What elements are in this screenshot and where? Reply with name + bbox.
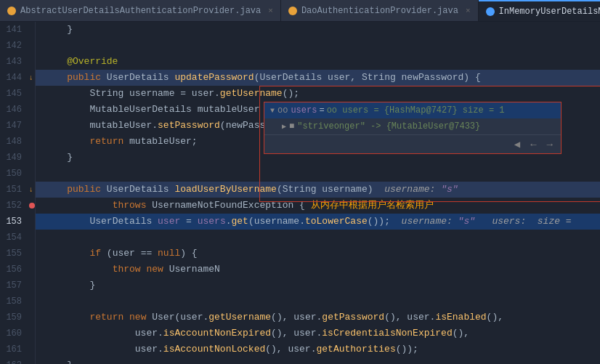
code-line-152: throws UsernameNotFoundException { 从内存中根… — [36, 198, 600, 214]
popup-btn-back[interactable]: ◀ — [512, 137, 522, 151]
code-line-157: } — [36, 278, 600, 294]
code-line-159: return new User(user.getUsername(), user… — [36, 310, 600, 325]
code-line-145: String username = user.getUsername(); — [36, 86, 600, 102]
line-155: 155 — [0, 246, 35, 262]
code-line-160: user.isAccountNonExpired(), user.isCrede… — [36, 325, 600, 341]
code-line-141: } — [36, 22, 600, 38]
line-156: 156 — [0, 262, 35, 278]
editor: 141 142 143 144 ↓ 145 146 147 — [0, 22, 600, 364]
line-158: 158 — [0, 294, 35, 310]
line-150: 150 — [0, 166, 35, 182]
expand-icon: ▼ — [270, 107, 275, 115]
tab-label-abstract: AbstractUserDetailsAuthenticationProvide… — [20, 6, 261, 16]
tab-abstract[interactable]: AbstractUserDetailsAuthenticationProvide… — [0, 0, 281, 22]
popup-var-name: users — [291, 105, 317, 116]
tab-label-inmemory: InMemoryUserDetailsManager.java — [499, 7, 600, 17]
code-line-144: public UserDetails updatePassword(UserDe… — [36, 70, 600, 86]
line-149: 149 — [0, 150, 35, 166]
code-area[interactable]: } @Override public UserDetails updatePas… — [36, 22, 600, 364]
popup-entry-value: "striveonger" -> {MutableUser@7433} — [297, 121, 480, 132]
tab-icon-abstract — [7, 7, 16, 15]
tab-close-abstract[interactable]: × — [268, 7, 273, 15]
line-145: 145 — [0, 86, 35, 102]
code-line-151: public UserDetails loadUserByUsername(St… — [36, 182, 600, 198]
code-line-150 — [36, 166, 600, 182]
code-line-155: if (user == null) { — [36, 246, 600, 262]
line-147: 147 — [0, 118, 35, 134]
code-line-143: @Override — [36, 54, 600, 70]
line-146: 146 — [0, 102, 35, 118]
line-157: 157 — [0, 278, 35, 294]
tab-bar: AbstractUserDetailsAuthenticationProvide… — [0, 0, 600, 22]
code-line-142 — [36, 38, 600, 54]
line-153: 153 — [0, 214, 35, 230]
line-160: 160 — [0, 325, 35, 341]
popup-btn-right[interactable]: → — [545, 138, 555, 151]
code-line-161: user.isAccountNonLocked(), user.getAutho… — [36, 341, 600, 357]
line-152: 152 — [0, 198, 35, 214]
popup-footer: ◀ ← → — [264, 134, 561, 153]
popup-btn-left[interactable]: ← — [528, 138, 538, 151]
line-162: 162 — [0, 357, 35, 364]
code-line-153: UserDetails user = users.get(username.to… — [36, 214, 600, 230]
tab-close-dao[interactable]: × — [466, 7, 471, 15]
code-line-162: } — [36, 357, 600, 364]
tab-icon-inmemory — [486, 7, 495, 16]
line-154: 154 — [0, 230, 35, 246]
line-143: 143 — [0, 54, 35, 70]
line-142: 142 — [0, 38, 35, 54]
line-148: 148 — [0, 134, 35, 150]
popup-header-row[interactable]: ▼ oo users = oo users = {HashMap@7427} s… — [264, 102, 561, 118]
line-141: 141 — [0, 22, 35, 38]
line-numbers: 141 142 143 144 ↓ 145 146 147 — [0, 22, 36, 364]
popup-var-value: oo users = {HashMap@7427} size = 1 — [327, 105, 505, 116]
tab-label-dao: DaoAuthenticationProvider.java — [301, 6, 458, 16]
code-line-158 — [36, 294, 600, 310]
code-line-154 — [36, 230, 600, 246]
line-151: 151 ↓ — [0, 182, 35, 198]
expand-icon-2: ▶ — [282, 122, 286, 131]
code-line-156: throw new UsernameN — [36, 262, 600, 278]
debug-popup[interactable]: ▼ oo users = oo users = {HashMap@7427} s… — [264, 102, 562, 154]
tab-dao[interactable]: DaoAuthenticationProvider.java × — [281, 0, 479, 22]
popup-detail-row[interactable]: ▶ ■ "striveonger" -> {MutableUser@7433} — [264, 118, 561, 134]
line-159: 159 — [0, 310, 35, 325]
tab-icon-dao — [288, 7, 297, 15]
tab-inmemory[interactable]: InMemoryUserDetailsManager.java × — [479, 0, 600, 22]
line-161: 161 — [0, 341, 35, 357]
line-144: 144 ↓ — [0, 70, 35, 86]
